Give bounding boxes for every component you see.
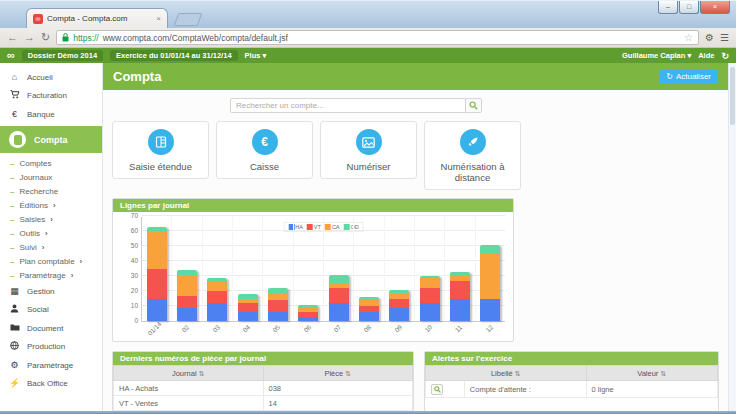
calculator-icon: [9, 131, 26, 148]
rocket-icon: [460, 129, 486, 155]
x-axis-label: 08: [363, 323, 373, 333]
stacked-bar: [177, 270, 197, 321]
dossier-button[interactable]: Dossier Démo 2014: [22, 50, 103, 61]
window-maximize-button[interactable]: □: [679, 1, 699, 14]
sidebar-subitem-recherche[interactable]: –Recherche: [0, 184, 102, 198]
sidebar-item-accueil[interactable]: ⌂ Accueil: [0, 68, 102, 86]
sidebar-item-gestion[interactable]: ▦ Gestion: [0, 282, 102, 300]
reload-icon[interactable]: ↻: [41, 32, 50, 43]
sidebar-subitem-parametrage[interactable]: –Paramétrage›: [0, 268, 102, 282]
sidebar-item-banque[interactable]: € Banque: [0, 105, 102, 123]
actualiser-button[interactable]: ↻ Actualiser: [659, 69, 718, 84]
bolt-icon: ⚡: [9, 378, 20, 388]
sidebar-subitem-outils[interactable]: –Outils›: [0, 226, 102, 240]
url-text: www.compta.com/ComptaWeb/compta/default.…: [103, 33, 288, 43]
sidebar-subitem-saisies[interactable]: –Saisies›: [0, 212, 102, 226]
grid-icon: ▦: [9, 286, 20, 296]
sidebar-item-facturation[interactable]: Facturation: [0, 86, 102, 105]
exercice-button[interactable]: Exercice du 01/01/14 au 31/12/14: [110, 50, 238, 61]
person-icon: [9, 304, 20, 315]
browser-menu-icon[interactable]: ☰: [720, 32, 729, 43]
sidebar-subitem-suivi[interactable]: –Suivi›: [0, 240, 102, 254]
stacked-bar: [298, 305, 318, 322]
sidebar-subitem-editions[interactable]: –Éditions›: [0, 198, 102, 212]
help-link[interactable]: Aide: [698, 51, 714, 60]
view-alert-button[interactable]: [431, 384, 443, 395]
tab-title: Compta - Compta.com: [47, 14, 152, 23]
x-axis-label: 12: [484, 323, 494, 333]
browser-tab[interactable]: ∞ Compta - Compta.com ×: [26, 8, 168, 28]
search-icon: [434, 386, 441, 393]
dash-icon: –: [10, 257, 14, 266]
app-logo[interactable]: ∞: [7, 50, 15, 61]
table-row: Compte d'attente : 0 ligne: [426, 381, 718, 398]
plus-menu[interactable]: Plus ▾: [245, 51, 267, 60]
x-axis-label: 06: [302, 323, 312, 333]
new-tab-button[interactable]: [174, 13, 203, 26]
sidebar-subitem-journaux[interactable]: –Journaux: [0, 170, 102, 184]
sidebar-subitem-plan-comptable[interactable]: –Plan comptable›: [0, 254, 102, 268]
tab-close-icon[interactable]: ×: [156, 14, 161, 23]
alerts-header-libelle[interactable]: Libellé ⇅: [426, 366, 587, 381]
libelle-cell: Compte d'attente :: [464, 381, 586, 398]
forward-icon[interactable]: →: [24, 32, 35, 43]
address-bar[interactable]: https://www.compta.com/ComptaWeb/compta/…: [56, 30, 699, 45]
dash-icon: –: [10, 243, 14, 252]
sidebar-item-parametrage[interactable]: ⚙ Paramétrage: [0, 356, 102, 374]
stacked-bar: [207, 278, 227, 322]
pieces-panel-title: Derniers numéros de pièce par journal: [113, 352, 413, 365]
settings-gear-icon[interactable]: ⚙: [705, 32, 714, 43]
sidebar-subitem-comptes[interactable]: –Comptes: [0, 156, 102, 170]
alerts-panel-title: Alertes sur l'exercice: [425, 352, 718, 365]
alerts-header-valeur[interactable]: Valeur ⇅: [586, 366, 717, 381]
stacked-bar: [420, 276, 440, 321]
card-saisie-etendue[interactable]: Saisie étendue: [112, 121, 209, 179]
page-scrollbar[interactable]: [728, 63, 736, 411]
search-button[interactable]: [465, 98, 482, 113]
stacked-bar: [480, 245, 500, 322]
scrollbar-thumb[interactable]: [730, 67, 735, 125]
sidebar-item-back-office[interactable]: ⚡ Back Office: [0, 374, 102, 392]
piece-cell: 038: [263, 381, 413, 396]
sync-icon[interactable]: ↻: [721, 51, 729, 61]
x-axis-label: 05: [272, 323, 282, 333]
chevron-down-icon: ▾: [687, 51, 691, 60]
sidebar-item-social[interactable]: Social: [0, 300, 102, 319]
dash-icon: –: [10, 187, 14, 196]
favicon: ∞: [33, 14, 43, 24]
euro-icon: €: [9, 109, 20, 119]
chevron-right-icon: ›: [53, 201, 56, 210]
sidebar-item-production[interactable]: Production: [0, 337, 102, 356]
pieces-panel: Derniers numéros de pièce par journal Jo…: [112, 351, 414, 411]
card-numerisation-distance[interactable]: Numérisation à distance: [424, 121, 521, 190]
card-numeriser[interactable]: Numériser: [320, 121, 417, 179]
cart-icon: [9, 90, 20, 101]
dash-icon: –: [10, 215, 14, 224]
chevron-right-icon: ›: [42, 243, 45, 252]
chevron-down-icon: ▾: [262, 51, 266, 60]
content: Saisie étendue € Caisse Numériser Numéri…: [103, 90, 728, 411]
sort-icon: ⇅: [345, 370, 351, 377]
window-close-button[interactable]: ×: [700, 1, 730, 14]
valeur-cell: 0 ligne: [586, 381, 717, 398]
main-area: Compta ↻ Actualiser Saisie étendue €: [103, 63, 728, 411]
sort-icon: ⇅: [199, 370, 205, 377]
stacked-bar: [268, 288, 288, 321]
pieces-header-piece[interactable]: Pièce ⇅: [263, 366, 413, 381]
pieces-header-journal[interactable]: Journal ⇅: [114, 366, 264, 381]
back-icon[interactable]: ←: [7, 32, 18, 43]
dash-icon: –: [10, 159, 14, 168]
search-input[interactable]: [230, 98, 465, 113]
window-minimize-button[interactable]: –: [658, 1, 678, 14]
browser-titlebar: ∞ Compta - Compta.com × – □ ×: [0, 0, 736, 28]
sidebar-item-document[interactable]: Document: [0, 319, 102, 337]
dash-icon: –: [10, 201, 14, 210]
chart-panel: Lignes par journal HAVTCAOD 010203040506…: [112, 198, 514, 342]
bookmark-star-icon[interactable]: ☆: [684, 32, 693, 43]
x-axis-label: 04: [241, 323, 251, 333]
user-menu[interactable]: Guillaume Caplan ▾: [622, 51, 691, 60]
sidebar-item-compta-active[interactable]: Compta: [0, 126, 102, 153]
card-caisse[interactable]: € Caisse: [216, 121, 313, 179]
table-row: VT - Ventes 14: [114, 396, 413, 411]
alerts-panel: Alertes sur l'exercice Libellé ⇅ Valeur …: [424, 351, 719, 411]
